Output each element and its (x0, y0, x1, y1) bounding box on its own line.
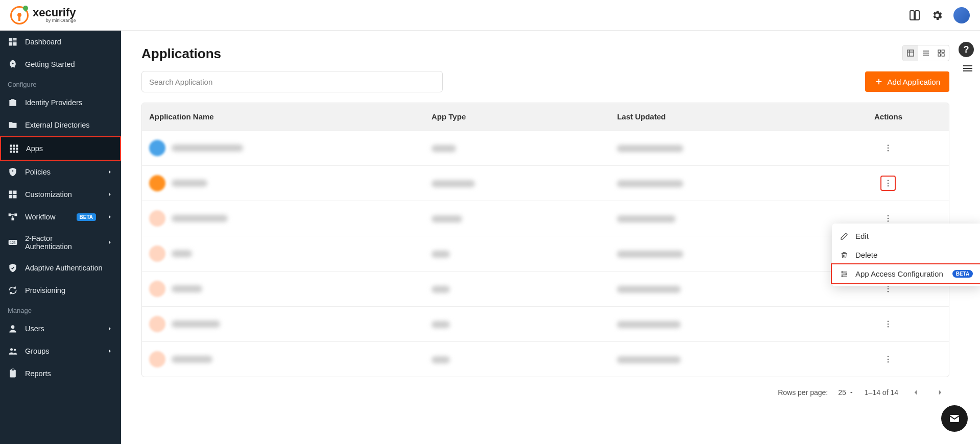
menu-label: App Access Configuration (855, 269, 943, 278)
row-actions-button[interactable] (880, 352, 896, 367)
svg-rect-9 (13, 147, 15, 150)
svg-rect-30 (942, 50, 944, 53)
sidebar-item-apps[interactable]: Apps (0, 136, 121, 161)
col-header-type: App Type (424, 103, 610, 130)
app-icon (149, 281, 165, 297)
svg-rect-17 (13, 195, 17, 199)
help-button[interactable]: ? (959, 42, 974, 57)
menu-item-app-access[interactable]: App Access Configuration BETA (831, 263, 980, 284)
svg-rect-2 (13, 41, 17, 42)
sidebar-item-dashboard[interactable]: Dashboard (0, 31, 121, 53)
col-header-name: Application Name (142, 103, 424, 130)
plus-icon (874, 77, 883, 86)
app-type-redacted (432, 356, 450, 363)
avatar[interactable] (953, 7, 970, 23)
sidebar-item-adaptive[interactable]: Adaptive Authentication (0, 257, 121, 279)
view-table-button[interactable] (903, 45, 918, 61)
app-type-redacted (432, 180, 475, 187)
rocket-icon (8, 59, 18, 69)
sidebar-item-ext-dir[interactable]: External Directories (0, 114, 121, 136)
sidebar-item-users[interactable]: Users (0, 317, 121, 340)
sidebar-item-groups[interactable]: Groups (0, 340, 121, 362)
beta-badge: BETA (77, 213, 96, 221)
chat-button[interactable] (941, 405, 968, 432)
row-actions-button[interactable] (880, 140, 896, 156)
app-updated-redacted (617, 286, 681, 293)
config-icon (840, 270, 848, 278)
clipboard-icon (8, 368, 18, 379)
svg-point-48 (888, 320, 889, 322)
view-toggle (902, 45, 949, 61)
topbar: xecurify by miniOrange (0, 0, 980, 31)
app-type-redacted (432, 321, 450, 328)
more-vert-icon (883, 355, 893, 364)
table-row[interactable] (142, 341, 949, 377)
prev-page-button[interactable] (909, 385, 923, 400)
app-name-redacted (172, 356, 212, 363)
menu-item-delete[interactable]: Delete (832, 245, 980, 264)
menu-item-edit[interactable]: Edit (832, 227, 980, 245)
view-list-button[interactable] (918, 45, 934, 61)
table-row[interactable] (142, 130, 949, 165)
svg-rect-5 (10, 145, 12, 147)
sidebar-label: Apps (26, 144, 43, 153)
add-application-button[interactable]: Add Application (865, 71, 949, 92)
table-row[interactable] (142, 165, 949, 201)
app-name-redacted (172, 250, 192, 257)
app-icon (149, 140, 165, 156)
svg-point-24 (10, 348, 13, 351)
table-row[interactable] (142, 306, 949, 341)
svg-point-23 (11, 325, 15, 329)
svg-rect-11 (10, 151, 12, 153)
brand-name: xecurify (33, 7, 76, 18)
table-row[interactable] (142, 236, 949, 271)
applications-table: Application Name App Type Last Updated A… (141, 103, 949, 377)
svg-rect-13 (16, 151, 18, 153)
sidebar-label: 2-Factor Authentication (25, 234, 99, 251)
svg-point-54 (842, 272, 843, 273)
table-row[interactable] (142, 201, 949, 236)
docs-icon[interactable] (909, 9, 921, 21)
svg-point-53 (888, 361, 889, 363)
table-row[interactable] (142, 271, 949, 306)
search-input[interactable] (141, 71, 443, 92)
chevron-right-icon (106, 348, 113, 355)
svg-rect-10 (16, 147, 18, 150)
app-icon (149, 316, 165, 332)
view-grid-button[interactable] (934, 45, 949, 61)
sidebar-item-2fa[interactable]: 123 2-Factor Authentication (0, 228, 121, 257)
next-page-button[interactable] (933, 385, 947, 400)
page-title: Applications (141, 46, 949, 62)
sidebar-item-customization[interactable]: Customization (0, 183, 121, 206)
more-vert-icon (883, 319, 893, 329)
app-icon (149, 245, 165, 262)
chevron-right-icon (106, 239, 113, 246)
sidebar-item-provisioning[interactable]: Provisioning (0, 279, 121, 302)
app-updated-redacted (617, 251, 683, 258)
sidebar: Dashboard Getting Started Configure Iden… (0, 31, 121, 444)
svg-rect-20 (12, 218, 14, 220)
sidebar-item-idp[interactable]: Identity Providers (0, 91, 121, 114)
app-name-redacted (172, 320, 220, 328)
svg-point-46 (888, 288, 889, 290)
brand-logo[interactable]: xecurify by miniOrange (10, 6, 76, 24)
chevron-right-icon (106, 168, 113, 176)
sidebar-item-reports[interactable]: Reports (0, 362, 121, 385)
app-updated-redacted (617, 215, 676, 223)
sidebar-item-getting-started[interactable]: Getting Started (0, 53, 121, 76)
svg-rect-15 (13, 191, 17, 194)
sidebar-label: Provisioning (25, 286, 65, 294)
sidebar-item-policies[interactable]: Policies (0, 161, 121, 183)
sidebar-item-workflow[interactable]: Workflow BETA (0, 206, 121, 228)
svg-point-51 (888, 356, 889, 357)
row-actions-button[interactable] (880, 176, 896, 191)
rows-per-page-select[interactable]: 25 (838, 388, 854, 397)
row-actions-button[interactable] (880, 316, 896, 332)
sidebar-label: Workflow (25, 213, 55, 221)
sidebar-label: Customization (25, 190, 72, 199)
svg-rect-0 (9, 38, 13, 42)
user-icon (8, 324, 18, 334)
gear-icon[interactable] (931, 9, 943, 21)
sidebar-section-configure: Configure (0, 76, 121, 91)
side-menu-button[interactable] (962, 62, 974, 75)
